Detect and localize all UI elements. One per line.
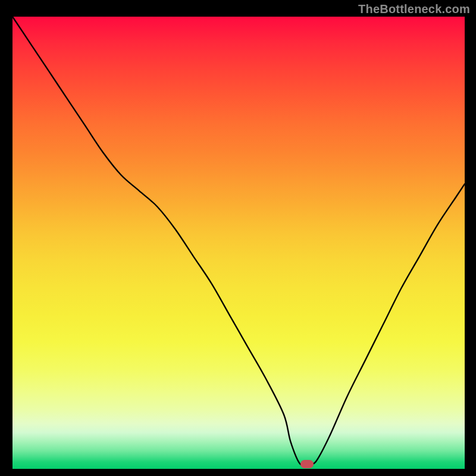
bottleneck-curve — [12, 17, 465, 465]
optimum-marker — [300, 460, 314, 468]
chart-frame: TheBottleneck.com — [0, 0, 476, 476]
curve-layer — [12, 17, 465, 469]
watermark-text: TheBottleneck.com — [358, 2, 470, 16]
plot-area — [12, 17, 465, 469]
